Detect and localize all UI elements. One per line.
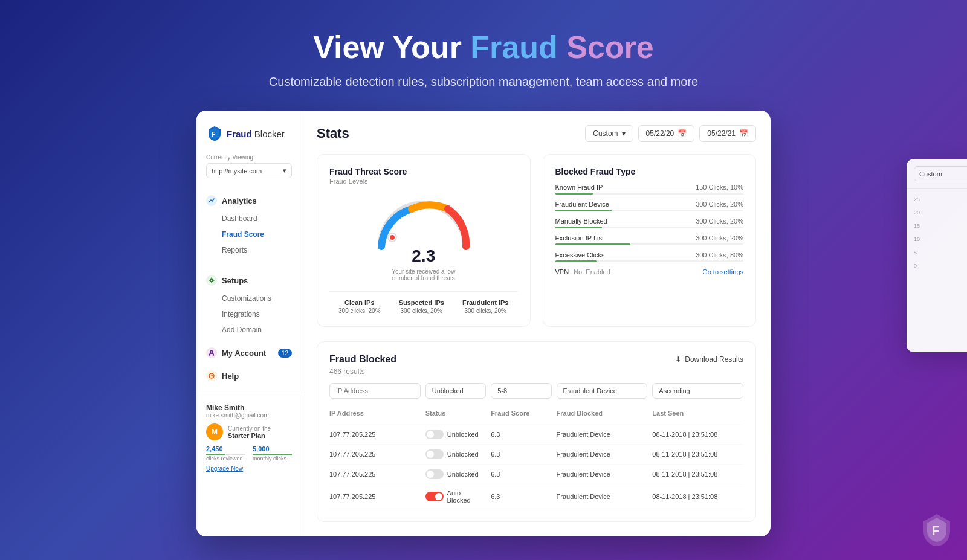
user-email: mike.smith@gmail.com	[206, 412, 292, 419]
hero-subtitle: Customizable detection rules, subscripti…	[269, 75, 698, 89]
clean-ips-stat: Clean IPs 300 clicks, 20%	[338, 299, 380, 314]
monthly-clicks: 5,000 monthly clicks	[253, 445, 292, 462]
sidebar-item-reports[interactable]: Reports	[196, 242, 302, 258]
table-filters: Unblocked Blocked Auto Blocked 5-8 1-4 8…	[329, 383, 743, 399]
fraud-type-row: Excessive Clicks 300 Clicks, 80%	[555, 251, 744, 262]
peek-dropdown[interactable]: Custom ▾	[914, 166, 967, 181]
sidebar-item-add-domain[interactable]: Add Domain	[196, 322, 302, 338]
ip-stats-row: Clean IPs 300 clicks, 20% Suspected IPs …	[329, 291, 518, 314]
plan-row: M Currently on the Starter Plan	[206, 423, 292, 440]
peek-header: Custom ▾	[907, 159, 967, 189]
fraud-type-row: Known Fraud IP 150 Clicks, 10%	[555, 184, 744, 195]
col-fraud-blocked: Fraud Blocked	[557, 410, 648, 417]
fraud-blocked-title: Fraud Blocked	[329, 354, 396, 365]
shield-logo-bottom-right: F	[919, 512, 955, 548]
sidebar-item-customizations[interactable]: Customizations	[196, 291, 302, 306]
col-status: Status	[425, 410, 486, 417]
sidebar-item-fraud-score[interactable]: Fraud Score	[196, 227, 302, 242]
progress-row: 2,450 clicks reviewed 5,000 monthly clic…	[206, 445, 292, 462]
user-avatar: M	[206, 423, 223, 440]
date-to-btn[interactable]: 05/22/21 📅	[699, 125, 756, 142]
status-toggle[interactable]	[425, 469, 444, 479]
logo-text: Fraud Blocker	[227, 129, 285, 139]
score-filter-select[interactable]: 5-8 1-4 8-10	[491, 383, 551, 399]
peek-chart-area: 2520151050	[914, 196, 967, 269]
fraud-blocked-header: Fraud Blocked ⬇ Download Results	[329, 354, 743, 365]
svg-text:?: ?	[211, 374, 213, 378]
setups-nav-group: Setups	[196, 270, 302, 291]
help-nav-group[interactable]: ? Help	[196, 365, 302, 386]
suspected-ips-stat: Suspected IPs 300 clicks, 20%	[399, 299, 444, 314]
stats-filter-dropdown[interactable]: Custom ▾	[585, 125, 633, 142]
user-info-area: Mike Smith mike.smith@gmail.com M Curren…	[196, 396, 302, 472]
currently-viewing-label: Currently Viewing:	[206, 154, 292, 161]
fraud-blocker-logo-icon: F	[206, 125, 223, 142]
stats-header: Stats Custom ▾ 05/22/20 📅 05/22/21 📅	[317, 125, 756, 142]
ip-address-filter-input[interactable]	[329, 383, 421, 399]
peek-chart: 2520151050 Oct 31	[907, 189, 967, 285]
clicks-reviewed: 2,450 clicks reviewed	[206, 445, 245, 462]
fraud-type-row: Manually Blocked 300 Clicks, 20%	[555, 217, 744, 228]
peek-bars	[925, 196, 934, 269]
svg-point-2	[210, 351, 213, 353]
status-filter-select[interactable]: Unblocked Blocked Auto Blocked	[425, 383, 486, 399]
currently-viewing: Currently Viewing: http://mysite.com ▾	[196, 154, 302, 178]
setups-icon	[206, 275, 217, 286]
fraud-blocked-filter-select[interactable]: Fraudulent Device Known Fraud IP Manuall…	[557, 383, 648, 399]
hero-title: View Your Fraud Score	[269, 29, 698, 65]
account-badge: 12	[278, 349, 292, 358]
table-row: 107.77.205.225 Unblocked 6.3 Fraudulent …	[329, 465, 743, 484]
main-content: Stats Custom ▾ 05/22/20 📅 05/22/21 📅	[302, 111, 771, 536]
table-rows-container: 107.77.205.225 Unblocked 6.3 Fraudulent …	[329, 425, 743, 509]
last-seen-filter-select[interactable]: Ascending Descending	[652, 383, 743, 399]
svg-point-1	[210, 279, 213, 282]
vpn-row: VPN Not Enabled Go to settings	[555, 268, 744, 275]
help-icon: ?	[206, 370, 217, 381]
stats-controls: Custom ▾ 05/22/20 📅 05/22/21 📅	[585, 125, 756, 142]
site-selector[interactable]: http://mysite.com ▾	[206, 163, 292, 178]
sidebar-item-dashboard[interactable]: Dashboard	[196, 211, 302, 227]
status-toggle[interactable]	[425, 492, 444, 501]
col-ip-address: IP Address	[329, 410, 421, 417]
date-from-btn[interactable]: 05/22/20 📅	[638, 125, 695, 142]
fraudulent-ips-stat: Fraudulent IPs 300 clicks, 20%	[462, 299, 508, 314]
upgrade-link[interactable]: Upgrade Now	[206, 465, 292, 472]
gauge-container: 2.3 Your site received a low number of f…	[329, 192, 518, 282]
fraud-threat-score-card: Fraud Threat Score Fraud Levels	[317, 154, 531, 327]
gauge-value: 2.3	[412, 246, 435, 266]
fraud-types-list: Known Fraud IP 150 Clicks, 10% Fraudulen…	[555, 184, 744, 262]
account-icon	[206, 347, 217, 358]
chevron-down-icon: ▾	[283, 167, 286, 175]
peek-y-axis: 2520151050	[914, 196, 922, 269]
gauge-chart	[369, 192, 478, 253]
results-count: 466 results	[329, 367, 743, 376]
status-toggle[interactable]	[425, 430, 444, 439]
user-name: Mike Smith	[206, 404, 292, 412]
calendar-icon: 📅	[739, 129, 748, 138]
svg-text:F: F	[212, 131, 215, 138]
my-account-row: My Account 12	[196, 343, 302, 363]
chevron-down-icon: ▾	[622, 129, 626, 138]
plan-name: Starter Plan	[228, 432, 271, 439]
main-card: F Fraud Blocker Currently Viewing: http:…	[196, 111, 771, 536]
table-row: 107.77.205.225 Unblocked 6.3 Fraudulent …	[329, 425, 743, 445]
gauge-desc: Your site received a low number of fraud…	[381, 268, 466, 282]
col-fraud-score: Fraud Score	[491, 410, 551, 417]
table-row: 107.77.205.225 Auto Blocked 6.3 Fraudule…	[329, 484, 743, 509]
my-account-label[interactable]: My Account	[206, 347, 266, 358]
download-results-button[interactable]: ⬇ Download Results	[675, 355, 743, 364]
secondary-card-peek: Custom ▾ 2520151050 Oct 31	[907, 159, 967, 352]
hero-section: View Your Fraud Score Customizable detec…	[257, 0, 710, 111]
status-toggle[interactable]	[425, 449, 444, 459]
fraud-type-row: Fraudulent Device 300 Clicks, 20%	[555, 201, 744, 211]
sidebar-item-integrations[interactable]: Integrations	[196, 306, 302, 322]
logo-area: F Fraud Blocker	[196, 125, 302, 154]
stats-grid: Fraud Threat Score Fraud Levels	[317, 154, 756, 327]
download-icon: ⬇	[675, 355, 681, 364]
analytics-section: Analytics Dashboard Fraud Score Reports	[196, 190, 302, 258]
plan-label: Currently on the	[228, 425, 271, 432]
sidebar: F Fraud Blocker Currently Viewing: http:…	[196, 111, 302, 536]
fraud-type-row: Exclusion IP List 300 Clicks, 20%	[555, 234, 744, 245]
go-to-settings-link[interactable]: Go to settings	[702, 268, 743, 275]
svg-point-6	[390, 235, 395, 240]
